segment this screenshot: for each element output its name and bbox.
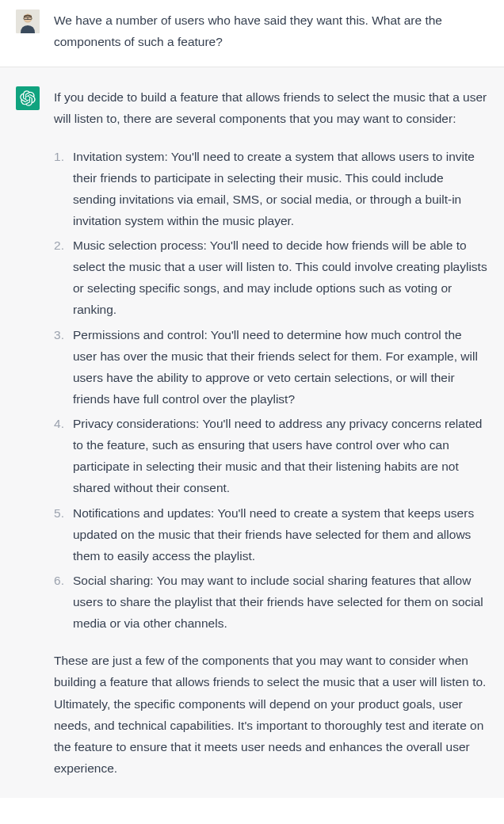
user-message-content: We have a number of users who have said … [54, 10, 488, 52]
user-avatar-icon [16, 10, 40, 33]
user-message-text: We have a number of users who have said … [54, 10, 488, 52]
openai-logo-icon [20, 90, 36, 106]
assistant-message-row: If you decide to build a feature that al… [0, 67, 504, 798]
list-item: Invitation system: You'll need to create… [54, 146, 488, 232]
list-item: Permissions and control: You'll need to … [54, 324, 488, 410]
assistant-message-content: If you decide to build a feature that al… [54, 86, 488, 779]
user-message-row: We have a number of users who have said … [0, 0, 504, 67]
list-item: Music selection process: You'll need to … [54, 235, 488, 321]
assistant-avatar [16, 86, 40, 110]
assistant-list: Invitation system: You'll need to create… [54, 146, 488, 635]
list-item: Privacy considerations: You'll need to a… [54, 413, 488, 499]
assistant-outro-text: These are just a few of the components t… [54, 650, 488, 779]
list-item: Social sharing: You may want to include … [54, 570, 488, 634]
list-item: Notifications and updates: You'll need t… [54, 502, 488, 566]
user-avatar [16, 10, 40, 33]
assistant-intro-text: If you decide to build a feature that al… [54, 86, 488, 129]
